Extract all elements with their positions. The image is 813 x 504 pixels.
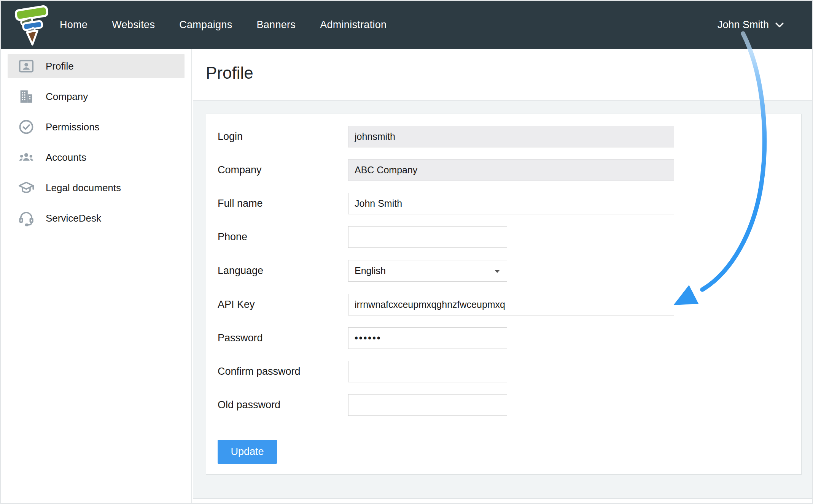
nav-item-websites[interactable]: Websites — [112, 19, 155, 31]
sidebar-item-label: ServiceDesk — [46, 212, 101, 224]
people-group-icon — [18, 149, 35, 166]
profile-page: Home Websites Campaigns Banners Administ… — [0, 0, 813, 504]
graduation-cap-icon — [18, 179, 35, 197]
user-name: John Smith — [718, 19, 769, 31]
old-password-label: Old password — [218, 394, 280, 416]
form-row-login: Login — [206, 126, 801, 147]
company-input[interactable] — [348, 159, 674, 181]
password-input[interactable] — [348, 327, 507, 349]
sidebar-item-permissions[interactable]: Permissions — [8, 115, 185, 139]
page-header: Profile — [193, 49, 812, 101]
language-label: Language — [218, 260, 263, 282]
sidebar-item-servicedesk[interactable]: ServiceDesk — [8, 206, 185, 230]
content-area: Login Company Full name Phone Language E… — [193, 101, 812, 499]
page-title: Profile — [206, 63, 253, 82]
chevron-down-icon — [775, 22, 784, 28]
login-label: Login — [218, 126, 243, 147]
form-row-old-password: Old password — [206, 394, 801, 416]
form-row-company: Company — [206, 159, 801, 181]
sidebar-item-label: Legal documents — [46, 182, 121, 194]
api-key-label: API Key — [218, 294, 255, 315]
top-navbar: Home Websites Campaigns Banners Administ… — [1, 1, 812, 49]
form-row-language: Language English — [206, 260, 801, 282]
company-label: Company — [218, 159, 262, 181]
full-name-label: Full name — [218, 193, 263, 214]
form-row-phone: Phone — [206, 226, 801, 248]
form-row-full-name: Full name — [206, 193, 801, 214]
form-row-password: Password — [206, 327, 801, 349]
phone-label: Phone — [218, 226, 247, 248]
user-menu[interactable]: John Smith — [718, 1, 784, 49]
building-icon — [18, 88, 35, 105]
funnel-logo-icon — [13, 4, 51, 46]
sidebar-item-profile[interactable]: Profile — [8, 54, 185, 78]
confirm-password-label: Confirm password — [218, 361, 301, 382]
nav-item-administration[interactable]: Administration — [320, 19, 387, 31]
confirm-password-input[interactable] — [348, 361, 507, 382]
profile-form-card: Login Company Full name Phone Language E… — [206, 114, 802, 475]
phone-input[interactable] — [348, 226, 507, 248]
sidebar-item-label: Profile — [46, 60, 74, 72]
password-label: Password — [218, 327, 263, 349]
api-key-input[interactable] — [348, 294, 674, 315]
nav-item-campaigns[interactable]: Campaigns — [179, 19, 232, 31]
form-row-api-key: API Key — [206, 294, 801, 315]
old-password-input[interactable] — [348, 394, 507, 416]
sidebar-item-legal-documents[interactable]: Legal documents — [8, 176, 185, 200]
full-name-input[interactable] — [348, 193, 674, 214]
profile-card-icon — [18, 57, 35, 75]
login-input[interactable] — [348, 126, 674, 147]
sidebar-item-label: Accounts — [46, 152, 86, 163]
language-select[interactable]: English — [348, 260, 507, 282]
headset-icon — [18, 209, 35, 227]
sidebar-item-label: Permissions — [46, 121, 100, 133]
sidebar-item-accounts[interactable]: Accounts — [8, 145, 185, 170]
language-selected-value: English — [355, 265, 386, 276]
update-button[interactable]: Update — [218, 440, 277, 464]
nav-item-banners[interactable]: Banners — [256, 19, 296, 31]
sidebar-item-company[interactable]: Company — [8, 84, 185, 109]
sidebar: Profile Company — [1, 49, 192, 503]
main-nav: Home Websites Campaigns Banners Administ… — [60, 1, 387, 49]
nav-item-home[interactable]: Home — [60, 19, 88, 31]
sidebar-item-label: Company — [46, 91, 88, 103]
form-row-confirm-password: Confirm password — [206, 361, 801, 382]
select-caret-icon — [495, 270, 500, 273]
check-circle-icon — [18, 118, 35, 136]
